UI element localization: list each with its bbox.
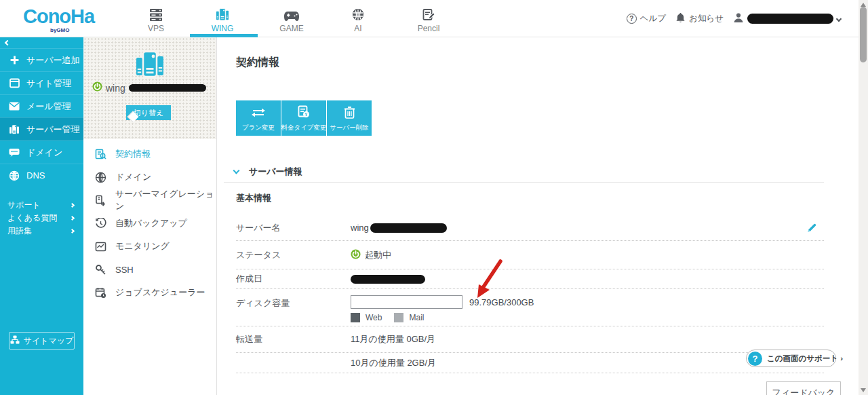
account-menu[interactable]: [733, 12, 841, 25]
sidebar-item-label: メール管理: [26, 100, 71, 113]
top-navbar: ConoHa byGMO VPS WING GAME AI Pencil: [0, 0, 868, 37]
subitem-label: サポート: [7, 200, 41, 211]
panel-menu-domain[interactable]: ドメイン: [83, 166, 216, 189]
main-sidebar: サーバー追加 サイト管理 メール管理 サーバー管理 ドメイン DNS サポート: [0, 37, 83, 395]
status-value: 起動中: [365, 249, 391, 261]
document-pencil-icon: [399, 4, 458, 22]
history-clock-icon: [95, 218, 106, 229]
sidebar-collapse-button[interactable]: [0, 37, 83, 48]
help-link[interactable]: ? ヘルプ: [627, 13, 666, 24]
scroll-down-arrow-icon[interactable]: [861, 388, 866, 392]
subsection-title: 基本情報: [236, 192, 271, 204]
key-icon: [95, 264, 106, 276]
status-row: ステータス 起動中: [236, 241, 824, 269]
vps-server-icon: [127, 4, 185, 22]
conoha-logo[interactable]: ConoHa byGMO: [23, 5, 94, 28]
sidebar-item-label: サイト管理: [26, 77, 71, 90]
gamepad-icon: [262, 4, 321, 22]
billing-document-icon: [297, 100, 311, 124]
tab-ai[interactable]: AI: [329, 4, 387, 33]
screen-support-label: この画面のサポート ›: [767, 354, 843, 364]
sidebar-item-server-manage[interactable]: サーバー管理: [0, 117, 83, 140]
sidebar-item-mail-manage[interactable]: メール管理: [0, 94, 83, 117]
panel-menu-backup[interactable]: 自動バックアップ: [83, 212, 216, 235]
chevron-right-icon: [70, 203, 75, 208]
action-button-label: プラン変更: [242, 124, 275, 132]
panel-menu-contract-info[interactable]: 契約情報: [83, 143, 216, 166]
sitemap-button[interactable]: サイトマップ: [9, 332, 75, 350]
calendar-clock-icon: [95, 287, 106, 299]
tab-pencil[interactable]: Pencil: [399, 4, 458, 33]
tab-wing[interactable]: WING: [193, 4, 252, 33]
news-link[interactable]: お知らせ: [675, 12, 724, 25]
delete-server-button[interactable]: サーバー削除: [327, 100, 372, 136]
panel-menu-ssh[interactable]: SSH: [83, 258, 216, 281]
disk-capacity-label: ディスク容量: [236, 297, 351, 309]
tab-game[interactable]: GAME: [262, 4, 321, 33]
sidebar-item-site-manage[interactable]: サイト管理: [0, 71, 83, 94]
server-name-prefix: wing: [106, 83, 125, 94]
feedback-button[interactable]: フィードバック: [766, 381, 841, 395]
swap-arrows-icon: [251, 100, 266, 124]
panel-menu-migration[interactable]: サーバーマイグレーション: [83, 189, 216, 212]
scrollbar[interactable]: [859, 0, 868, 395]
transfer-row: 転送量 11月の使用量 0GB/月: [236, 326, 824, 353]
redacted-created-date: [351, 275, 425, 284]
sidebar-item-add-server[interactable]: サーバー追加: [0, 48, 83, 71]
legend-mail-label: Mail: [409, 313, 424, 322]
sidebar-item-dns[interactable]: DNS: [0, 164, 83, 187]
sidebar-subitem-glossary[interactable]: 用語集: [0, 225, 83, 238]
disk-usage-text: 99.79GB/300GB: [469, 297, 534, 307]
chevron-down-icon: [836, 16, 842, 21]
action-button-row: プラン変更 料金タイプ変更 サーバー削除: [236, 100, 372, 136]
active-tab-underline: [190, 34, 258, 37]
disk-legend: Web Mail: [351, 313, 534, 322]
sidebar-subitem-support[interactable]: サポート: [0, 199, 83, 212]
tab-vps-label: VPS: [127, 24, 185, 33]
legend-web-swatch: [351, 313, 360, 322]
edit-pencil-icon[interactable]: [807, 223, 817, 236]
section-title: サーバー情報: [249, 166, 302, 178]
created-date-row: 作成日: [236, 269, 824, 289]
sidebar-item-label: ドメイン: [26, 147, 62, 159]
action-button-label: 料金タイプ変更: [281, 124, 326, 132]
change-plan-button[interactable]: プラン変更: [236, 100, 281, 136]
status-label: ステータス: [236, 249, 351, 261]
scrollbar-thumb[interactable]: [860, 7, 867, 62]
legend-web-label: Web: [366, 313, 382, 322]
tab-ai-label: AI: [329, 24, 387, 33]
question-icon: ?: [748, 352, 762, 366]
sidebar-item-domain[interactable]: ドメイン: [0, 140, 83, 164]
tab-vps[interactable]: VPS: [127, 4, 185, 33]
chevron-right-icon: [70, 229, 75, 233]
panel-menu-label: モニタリング: [115, 240, 170, 252]
tab-game-label: GAME: [262, 24, 321, 33]
sidebar-item-label: サーバー追加: [26, 54, 80, 67]
main-content: 契約情報 プラン変更 料金タイプ変更 サーバー削除 サーバー情報 基本情報: [217, 37, 868, 395]
screen-support-button[interactable]: ? この画面のサポート ›: [746, 350, 836, 367]
bell-icon: [675, 12, 686, 25]
server-tower-icon: [135, 48, 165, 82]
transfer-row-2: 10月の使用量 2GB/月: [236, 353, 824, 373]
disk-usage-bar: [351, 295, 462, 309]
created-date-label: 作成日: [236, 273, 351, 285]
power-status-icon: [351, 249, 361, 261]
panel-menu-label: 契約情報: [115, 148, 151, 160]
redacted-server-name: [370, 223, 447, 233]
server-info-section-toggle[interactable]: サーバー情報: [234, 166, 302, 178]
panel-menu-monitoring[interactable]: モニタリング: [83, 235, 216, 258]
sidebar-subitem-faq[interactable]: よくある質問: [0, 212, 83, 225]
disk-capacity-row: ディスク容量 99.79GB/300GB Web Mail: [236, 289, 824, 326]
subitem-label: よくある質問: [7, 212, 57, 224]
monitoring-chart-icon: [95, 241, 106, 252]
panel-menu-job-scheduler[interactable]: ジョブスケジューラー: [83, 281, 216, 304]
domain-bubble-icon: [9, 147, 20, 158]
server-name-value: wing: [351, 223, 369, 233]
chevron-right-icon: [70, 216, 75, 221]
change-billing-type-button[interactable]: 料金タイプ変更: [281, 100, 326, 136]
action-button-label: サーバー削除: [330, 124, 368, 132]
sidebar-item-label: DNS: [26, 170, 45, 181]
panel-menu-label: ドメイン: [115, 171, 151, 183]
tab-pencil-label: Pencil: [399, 24, 458, 33]
server-panel-header: wing 切り替え: [83, 37, 216, 139]
